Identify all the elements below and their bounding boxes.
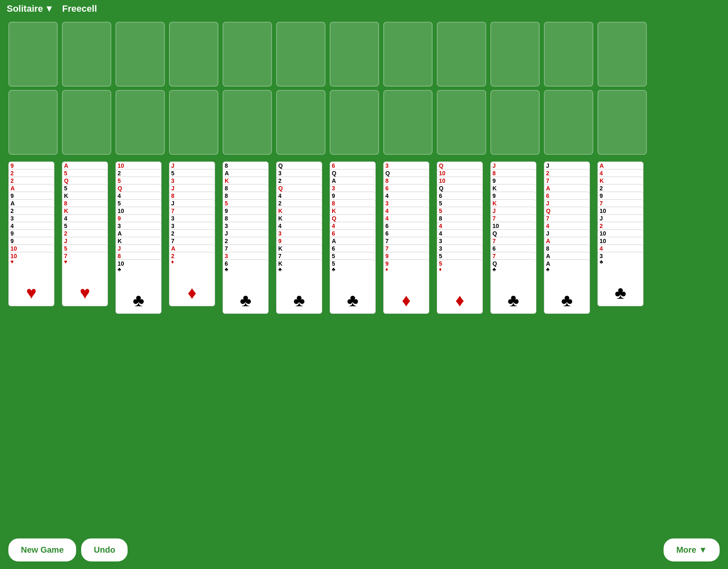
placeholder-slot[interactable] bbox=[223, 90, 272, 155]
placeholder-slot[interactable] bbox=[544, 22, 593, 87]
card-rank: 3 bbox=[278, 170, 282, 176]
column-6[interactable]: Q♣3♣2♣Q♦4♣2♣K♥K♣4♣3♥9♥K♣7♣K♣♣ bbox=[276, 161, 326, 314]
placeholder-slot[interactable] bbox=[8, 90, 58, 155]
card-rank: 9 bbox=[10, 193, 14, 199]
placeholder-slot[interactable] bbox=[62, 90, 111, 155]
placeholder-slot[interactable] bbox=[383, 90, 433, 155]
more-label: More bbox=[676, 545, 696, 555]
placeholder-slot[interactable] bbox=[490, 90, 540, 155]
card-rank: Q bbox=[64, 178, 69, 184]
card[interactable]: 5♦♦ bbox=[437, 259, 483, 314]
card-rank: 7 bbox=[171, 208, 174, 214]
column-7[interactable]: 6♥Q♣A♣3♦9♣8♦K♦Q♥4♦6♦A♣6♣5♣5♣♣ bbox=[330, 161, 379, 314]
card-rank: 2 bbox=[278, 200, 282, 206]
column-11[interactable]: J♣2♥7♦A♦6♦J♦Q♥7♦4♦J♣A♦8♣A♣A♣♣ bbox=[544, 161, 593, 314]
card-rank: 7 bbox=[492, 253, 496, 259]
card[interactable]: Q♣♣ bbox=[490, 259, 536, 314]
card-rank: 5 bbox=[64, 170, 67, 176]
card-rank: 2 bbox=[546, 170, 549, 176]
card-rank: 2 bbox=[10, 208, 14, 214]
card-suit: ♣ bbox=[332, 267, 336, 272]
card-rank: 9 bbox=[118, 215, 121, 221]
card[interactable]: 9♦♦ bbox=[383, 259, 429, 314]
card[interactable]: 10♥♥ bbox=[8, 252, 54, 306]
card[interactable]: 2♦♦ bbox=[169, 252, 215, 306]
card-center-suit-icon: ♣ bbox=[508, 292, 519, 309]
card-rank: 10 bbox=[10, 253, 17, 259]
card[interactable]: 6♣♣ bbox=[223, 259, 269, 314]
card-rank: 2 bbox=[225, 238, 228, 244]
card-rank: 10 bbox=[492, 223, 499, 229]
placeholder-slot[interactable] bbox=[115, 90, 165, 155]
column-1[interactable]: 9♥2♥2♥A♥9♣A♣2♣3♣4♣9♣9♣10♥10♥♥ bbox=[8, 161, 58, 314]
placeholder-slot[interactable] bbox=[544, 90, 593, 155]
column-9[interactable]: Q♦10♥10♥Q♣6♣5♣5♥8♣4♥4♣3♣3♣5♣5♦♦ bbox=[437, 161, 486, 314]
card-rank: 9 bbox=[600, 193, 603, 199]
placeholder-slot[interactable] bbox=[437, 22, 486, 87]
card-rank: A bbox=[10, 185, 15, 191]
placeholder-slot[interactable] bbox=[437, 90, 486, 155]
card[interactable]: 10♣♣ bbox=[115, 259, 161, 314]
undo-button[interactable]: Undo bbox=[81, 538, 128, 561]
placeholder-slot[interactable] bbox=[169, 90, 218, 155]
new-game-button[interactable]: New Game bbox=[8, 538, 76, 561]
card[interactable]: K♣♣ bbox=[276, 259, 322, 314]
card-rank: 8 bbox=[225, 185, 228, 191]
card[interactable]: A♣♣ bbox=[544, 259, 590, 314]
card-rank: K bbox=[118, 238, 122, 244]
card-rank: A bbox=[332, 238, 336, 244]
placeholder-row-1 bbox=[8, 22, 720, 87]
card-rank: 9 bbox=[10, 163, 14, 169]
card[interactable]: 5♣♣ bbox=[330, 259, 376, 314]
placeholder-slot[interactable] bbox=[115, 22, 165, 87]
card-rank: A bbox=[64, 163, 68, 169]
card-rank: 10 bbox=[439, 178, 446, 184]
card-rank: 5 bbox=[118, 200, 121, 206]
solitaire-menu[interactable]: Solitaire ▼ bbox=[7, 3, 54, 14]
placeholder-slot[interactable] bbox=[169, 22, 218, 87]
card-rank: 3 bbox=[118, 223, 121, 229]
placeholder-slot[interactable] bbox=[62, 22, 111, 87]
card-rank: 4 bbox=[332, 223, 335, 229]
card-rank: J bbox=[171, 185, 174, 191]
card-rank: 5 bbox=[118, 178, 121, 184]
card-rank: 7 bbox=[225, 246, 228, 251]
card-rank: Q bbox=[278, 163, 283, 169]
card-rank: 6 bbox=[385, 231, 389, 236]
placeholder-slot[interactable] bbox=[8, 22, 58, 87]
placeholder-slot[interactable] bbox=[330, 90, 379, 155]
card-rank: A bbox=[600, 163, 604, 169]
placeholder-slot[interactable] bbox=[223, 22, 272, 87]
placeholder-slot[interactable] bbox=[383, 22, 433, 87]
column-5[interactable]: 8♣A♣K♦8♣8♣5♥9♣8♣3♣J♣2♣7♣3♥6♣♣ bbox=[223, 161, 272, 314]
more-button[interactable]: More ▼ bbox=[664, 538, 720, 561]
card[interactable]: 3♣♣ bbox=[597, 252, 643, 306]
card-rank: 2 bbox=[10, 170, 14, 176]
card-rank: 5 bbox=[439, 253, 442, 259]
card-rank: J bbox=[118, 246, 121, 251]
column-3[interactable]: 10♦2♣5♦Q♦4♣5♣10♣9♦3♠A♣K♣J♥8♥10♣♣ bbox=[115, 161, 165, 314]
card-rank: 2 bbox=[171, 253, 174, 259]
placeholder-slot[interactable] bbox=[276, 90, 326, 155]
card[interactable]: 7♥♥ bbox=[62, 252, 108, 306]
column-8[interactable]: 3♦Q♣8♥6♦4♣3♦4♦4♥6♣6♣7♣7♥9♦9♦♦ bbox=[383, 161, 433, 314]
column-2[interactable]: A♥5♦Q♦5♣K♣8♥K♦4♣5♣2♦J♦5♥7♥♥ bbox=[62, 161, 111, 314]
card-rank: 5 bbox=[64, 223, 67, 229]
placeholder-slot[interactable] bbox=[276, 22, 326, 87]
card-rank: 8 bbox=[332, 200, 335, 206]
card-rank: 4 bbox=[439, 223, 442, 229]
card-rank: 3 bbox=[385, 163, 389, 169]
placeholder-slot[interactable] bbox=[490, 22, 540, 87]
placeholder-slot[interactable] bbox=[597, 90, 647, 155]
column-12[interactable]: A♦4♦K♦2♣9♣7♥10♣J♣2♦10♣10♣4♥3♣♣ bbox=[597, 161, 647, 314]
card-rank: 4 bbox=[278, 223, 282, 229]
placeholder-slot[interactable] bbox=[597, 22, 647, 87]
card-rank: 5 bbox=[439, 200, 442, 206]
column-10[interactable]: J♦8♦9♣K♣9♣K♥J♥7♦10♣Q♣7♦6♣7♦Q♣♣ bbox=[490, 161, 540, 314]
column-4[interactable]: J♦5♣3♥J♥8♦J♣7♦3♣3♣2♣7♣A♥2♦♦ bbox=[169, 161, 218, 314]
card-rank: Q bbox=[332, 215, 336, 221]
card-suit: ♣ bbox=[600, 259, 603, 264]
placeholder-slot[interactable] bbox=[330, 22, 379, 87]
card-rank: J bbox=[492, 163, 496, 169]
card-rank: K bbox=[278, 261, 282, 267]
